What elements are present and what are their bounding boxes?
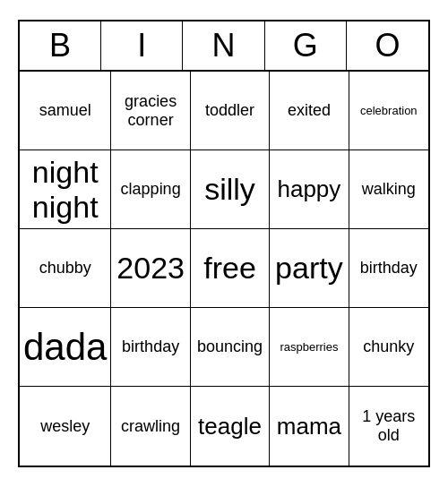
bingo-cell: silly [191, 150, 270, 229]
bingo-cell: clapping [111, 150, 190, 229]
cell-text: birthday [122, 337, 179, 356]
cell-text: walking [362, 180, 416, 199]
bingo-card: BINGO samuelgracies cornertoddlerexitedc… [18, 20, 430, 467]
bingo-cell: night night [20, 150, 111, 229]
bingo-cell: birthday [349, 229, 428, 308]
bingo-cell: toddler [191, 72, 270, 150]
header-letter: N [183, 21, 264, 70]
bingo-grid: samuelgracies cornertoddlerexitedcelebra… [20, 72, 428, 466]
cell-text: raspberries [280, 340, 338, 354]
cell-text: free [203, 251, 256, 286]
cell-text: chunky [363, 337, 414, 356]
bingo-cell: 1 years old [349, 387, 428, 466]
cell-text: clapping [121, 180, 181, 199]
cell-text: wesley [40, 417, 90, 436]
bingo-cell: free [191, 229, 270, 308]
cell-text: happy [277, 175, 340, 203]
cell-text: exited [288, 101, 331, 120]
bingo-cell: teagle [191, 387, 270, 466]
bingo-cell: raspberries [270, 308, 349, 387]
cell-text: mama [277, 413, 341, 440]
bingo-cell: chubby [20, 229, 111, 308]
header-letter: I [101, 21, 183, 70]
cell-text: samuel [39, 101, 91, 120]
cell-text: dada [23, 326, 107, 369]
cell-text: 2023 [116, 251, 185, 286]
header-letter: B [20, 21, 101, 70]
bingo-cell: happy [270, 150, 349, 229]
bingo-cell: chunky [349, 308, 428, 387]
cell-text: silly [204, 172, 255, 207]
bingo-cell: wesley [20, 387, 111, 466]
cell-text: gracies corner [115, 92, 185, 130]
cell-text: night night [23, 155, 107, 225]
bingo-cell: birthday [111, 308, 190, 387]
bingo-cell: samuel [20, 72, 111, 150]
header-letter: O [347, 21, 428, 70]
cell-text: 1 years old [353, 407, 425, 445]
cell-text: birthday [360, 259, 418, 278]
bingo-cell: mama [270, 387, 349, 466]
cell-text: toddler [205, 101, 254, 120]
cell-text: bouncing [197, 337, 263, 356]
cell-text: crawling [121, 417, 180, 436]
bingo-cell: 2023 [111, 229, 190, 308]
bingo-cell: dada [20, 308, 111, 387]
bingo-cell: bouncing [191, 308, 270, 387]
bingo-cell: celebration [349, 72, 428, 150]
bingo-cell: exited [270, 72, 349, 150]
bingo-header: BINGO [20, 21, 428, 72]
bingo-cell: gracies corner [111, 72, 190, 150]
cell-text: party [275, 251, 343, 286]
cell-text: teagle [198, 413, 262, 440]
bingo-cell: party [270, 229, 349, 308]
cell-text: celebration [360, 104, 418, 117]
cell-text: chubby [39, 259, 91, 278]
bingo-cell: walking [349, 150, 428, 229]
bingo-cell: crawling [111, 387, 190, 466]
header-letter: G [265, 21, 347, 70]
